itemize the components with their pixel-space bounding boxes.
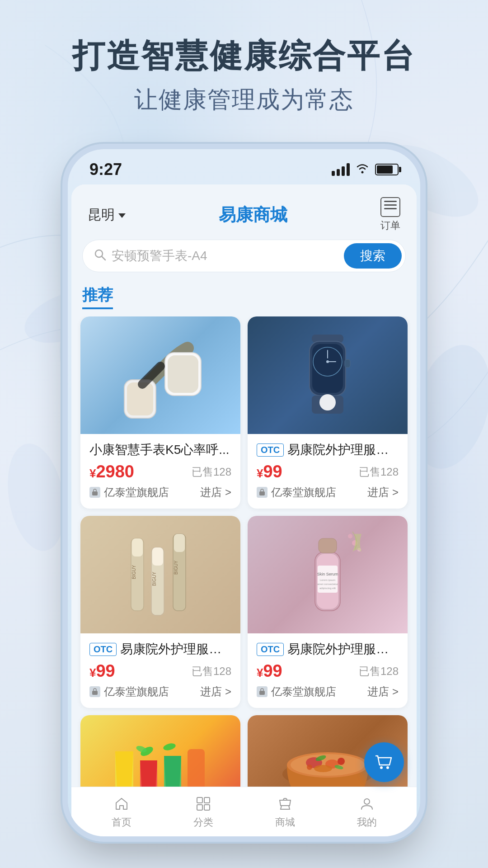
cart-float-button[interactable] (364, 742, 404, 782)
otc-tag-3: OTC (89, 643, 117, 656)
hero-subtitle: 让健康管理成为常态 (0, 84, 488, 116)
product-card-4[interactable]: Skin Serum Lorem ipsum amet consectetur … (248, 516, 408, 708)
location-selector[interactable]: 昆明 (88, 206, 126, 224)
svg-point-73 (364, 799, 370, 804)
price-row-4: ¥99 已售128 (257, 661, 399, 681)
svg-point-67 (380, 766, 383, 769)
user-icon (358, 795, 376, 813)
svg-rect-21 (345, 359, 350, 368)
search-button[interactable]: 搜索 (344, 243, 402, 269)
signal-icon (332, 163, 350, 176)
svg-rect-72 (204, 805, 210, 810)
recommend-label: 推荐 (82, 285, 113, 309)
product-card-1[interactable]: 小康智慧手表K5心率呼... ¥2980 已售128 亿泰堂旗舰店 进店 > (80, 316, 240, 509)
category-icon (194, 795, 212, 813)
svg-point-64 (307, 764, 312, 770)
search-icon (94, 248, 106, 264)
product-card-3[interactable]: BIGUY BIGUY BIGUY OTC 易康院外护理服务包 (80, 516, 240, 708)
svg-text:amet consectetur: amet consectetur (317, 583, 338, 585)
hero-title: 打造智慧健康综合平台 (0, 36, 488, 75)
order-icon (380, 197, 400, 217)
nav-bar: 昆明 易康商城 订单 (71, 184, 417, 240)
svg-rect-26 (132, 538, 143, 557)
price-3: ¥99 (89, 661, 115, 681)
nav-item-home[interactable]: 首页 (112, 795, 131, 827)
product-image-4: Skin Serum Lorem ipsum amet consectetur … (248, 516, 408, 633)
svg-point-56 (163, 742, 177, 752)
section-label: 推荐 (71, 281, 417, 316)
app-title: 易康商城 (219, 203, 287, 226)
battery-icon (375, 164, 399, 175)
svg-point-20 (326, 360, 329, 363)
svg-rect-70 (204, 797, 210, 803)
product-info-2: OTC 易康院外护理服务包 ¥99 已售128 亿泰堂旗舰店 进店 > (248, 434, 408, 509)
nav-shop-label: 商城 (275, 816, 295, 827)
product-info-3: OTC 易康院外护理服务包 ¥99 已售128 亿泰堂旗舰店 进店 > (80, 633, 240, 708)
shop-row-2: 亿泰堂旗舰店 进店 > (257, 485, 399, 500)
search-bar[interactable]: 安顿预警手表-A4 搜索 (82, 240, 406, 272)
nav-home-label: 首页 (112, 816, 131, 827)
hero-section: 打造智慧健康综合平台 让健康管理成为常态 (0, 36, 488, 116)
sold-2: 已售128 (359, 465, 399, 479)
shop-enter-4[interactable]: 进店 > (367, 684, 399, 699)
product-name-3: 易康院外护理服务包 (120, 641, 231, 658)
location-arrow-icon (118, 213, 126, 218)
svg-text:adipiscing elit: adipiscing elit (319, 587, 336, 590)
svg-text:Lorem ipsum: Lorem ipsum (320, 579, 336, 581)
shop-icon-3 (89, 686, 100, 697)
svg-rect-69 (197, 797, 202, 803)
svg-line-8 (102, 256, 105, 260)
shop-icon-4 (257, 686, 267, 697)
wifi-icon (355, 162, 370, 178)
product-info-1: 小康智慧手表K5心率呼... ¥2980 已售128 亿泰堂旗舰店 进店 > (80, 434, 240, 509)
shop-enter-1[interactable]: 进店 > (200, 485, 231, 500)
product-image-2 (248, 316, 408, 434)
nav-user-label: 我的 (357, 816, 377, 827)
product-grid: 小康智慧手表K5心率呼... ¥2980 已售128 亿泰堂旗舰店 进店 > (71, 316, 417, 826)
svg-rect-29 (152, 547, 163, 566)
nav-item-shop[interactable]: 商城 (275, 795, 295, 827)
tag-row-2: OTC 易康院外护理服务包 (257, 441, 399, 458)
status-bar: 9:27 (68, 149, 420, 184)
app-content: 昆明 易康商城 订单 安顿预警手表-A4 搜索 推荐 (71, 184, 417, 826)
status-icons (332, 162, 399, 178)
svg-point-62 (314, 765, 332, 772)
product-image-3: BIGUY BIGUY BIGUY (80, 516, 240, 633)
svg-rect-24 (259, 491, 265, 495)
location-text: 昆明 (88, 206, 115, 224)
svg-point-63 (338, 758, 345, 765)
search-input[interactable]: 安顿预警手表-A4 (112, 247, 344, 264)
price-1: ¥2980 (89, 462, 134, 481)
svg-text:Skin Serum: Skin Serum (317, 572, 338, 576)
shop-icon-1 (89, 487, 100, 498)
svg-rect-13 (92, 491, 98, 495)
price-row-2: ¥99 已售128 (257, 462, 399, 481)
bottom-nav: 首页 分类 (71, 787, 417, 826)
svg-point-6 (361, 171, 364, 173)
nav-category-label: 分类 (193, 816, 213, 827)
tag-row-3: OTC 易康院外护理服务包 (89, 641, 231, 658)
svg-rect-12 (168, 355, 198, 393)
svg-point-36 (348, 534, 352, 538)
shop-nav-icon (276, 795, 294, 813)
nav-item-user[interactable]: 我的 (357, 795, 377, 827)
svg-rect-46 (259, 691, 265, 695)
svg-text:BIGUY: BIGUY (152, 572, 157, 586)
product-name-1: 小康智慧手表K5心率呼... (89, 441, 231, 458)
svg-rect-32 (174, 534, 185, 552)
shop-name-4: 亿泰堂旗舰店 (271, 684, 336, 699)
product-card-2[interactable]: OTC 易康院外护理服务包 ¥99 已售128 亿泰堂旗舰店 进店 > (248, 316, 408, 509)
shop-enter-3[interactable]: 进店 > (200, 684, 231, 699)
price-2: ¥99 (257, 462, 282, 481)
shop-name-3: 亿泰堂旗舰店 (104, 684, 169, 699)
otc-tag-4: OTC (257, 643, 284, 656)
nav-item-category[interactable]: 分类 (193, 795, 213, 827)
price-row-3: ¥99 已售128 (89, 661, 231, 681)
shop-enter-2[interactable]: 进店 > (367, 485, 399, 500)
svg-rect-40 (319, 538, 337, 553)
tag-row-4: OTC 易康院外护理服务包 (257, 641, 399, 658)
status-time: 9:27 (89, 160, 122, 179)
order-button[interactable]: 订单 (380, 197, 400, 232)
product-info-4: OTC 易康院外护理服务包 ¥99 已售128 亿泰堂旗舰店 进店 > (248, 633, 408, 708)
home-icon (113, 795, 131, 813)
